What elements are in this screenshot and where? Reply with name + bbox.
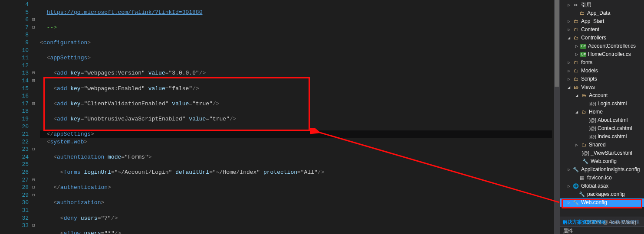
- node-label: Index.cshtml: [598, 133, 627, 141]
- watermark: CSDN @Ares·Wang: [585, 219, 636, 225]
- folder-open-icon: 🗁: [580, 109, 587, 116]
- folder-open-icon: 🗁: [572, 84, 579, 91]
- node-label: Home: [589, 108, 603, 116]
- node-label: Scripts: [581, 75, 597, 83]
- expand-icon[interactable]: ▷: [574, 141, 579, 149]
- global-asax-icon: 🌐: [572, 183, 579, 190]
- tree-node-folder[interactable]: ▷ 🗀 Shared: [560, 141, 644, 149]
- node-label: packages.config: [587, 190, 625, 198]
- cshtml-icon: [@]: [582, 150, 589, 157]
- tree-node-file[interactable]: ▷ C# AccountController.cs: [560, 42, 644, 50]
- cshtml-icon: [@]: [589, 101, 596, 107]
- csharp-icon: C#: [580, 52, 586, 57]
- favicon-icon: ▦: [578, 175, 585, 182]
- node-label: fonts: [581, 58, 592, 67]
- tree-node-references[interactable]: ▷ ▪▪ 引用: [560, 1, 644, 9]
- node-label: App_Start: [581, 17, 604, 26]
- cshtml-icon: [@]: [589, 125, 596, 132]
- node-label: Controllers: [581, 34, 606, 42]
- expand-icon[interactable]: ▷: [566, 26, 572, 34]
- tree-node-folder[interactable]: ▷ 🗀 Content: [560, 26, 644, 34]
- folder-icon: 🗀: [572, 18, 579, 25]
- node-label: Shared: [589, 141, 606, 149]
- folder-icon: 🗀: [572, 68, 579, 75]
- csharp-icon: C#: [580, 44, 586, 49]
- references-icon: ▪▪: [572, 2, 579, 9]
- config-icon: 🔧: [578, 191, 585, 198]
- node-label: Web.config: [591, 157, 617, 166]
- tree-node-folder[interactable]: ▷ 🗀 App_Start: [560, 17, 644, 26]
- tree-node-folder[interactable]: ◢ 🗁 Home: [560, 108, 644, 116]
- expand-icon[interactable]: ▷: [566, 1, 572, 9]
- expand-icon[interactable]: ▷: [566, 166, 572, 174]
- node-label: Web.config: [581, 198, 607, 207]
- config-icon: 🔧: [572, 166, 579, 173]
- config-icon: 🔧: [582, 158, 589, 165]
- node-label: Contact.cshtml: [598, 124, 632, 133]
- collapse-icon[interactable]: ◢: [566, 83, 572, 91]
- properties-panel-header[interactable]: 属性: [560, 226, 644, 234]
- solution-explorer[interactable]: ▷ ▪▪ 引用 🗀 App_Data ▷ 🗀 App_Start ▷ 🗀 Con…: [560, 0, 644, 234]
- node-label: HomeController.cs: [588, 50, 631, 58]
- line-number-gutter: 456 789 101112 131415 161718 192021 2223…: [0, 0, 31, 234]
- node-label: Login.cshtml: [598, 100, 627, 108]
- node-label: _ViewStart.cshtml: [591, 149, 632, 157]
- tree-node-file[interactable]: [@] Login.cshtml: [560, 100, 644, 108]
- scrollbar-thumb[interactable]: [555, 0, 559, 87]
- node-label: Account: [589, 91, 608, 100]
- node-label: Models: [581, 67, 598, 75]
- folder-icon: 🗀: [572, 26, 579, 33]
- node-label: 引用: [581, 1, 591, 9]
- folder-open-icon: 🗁: [580, 92, 587, 99]
- collapse-icon[interactable]: ◢: [566, 34, 572, 42]
- expand-icon[interactable]: ▷: [566, 182, 572, 190]
- node-label: App_Data: [587, 9, 610, 17]
- node-label: Views: [581, 83, 595, 91]
- expand-icon[interactable]: ▷: [574, 42, 579, 50]
- folder-icon: 🗀: [572, 59, 579, 66]
- config-icon: 🔧: [572, 199, 579, 206]
- node-label: Content: [581, 26, 599, 34]
- tree-node-folder[interactable]: ◢ 🗁 Views: [560, 83, 644, 91]
- tree-node-file[interactable]: ▷ 🔧 ApplicationInsights.config: [560, 166, 644, 174]
- vertical-scrollbar[interactable]: [554, 0, 560, 234]
- node-label: favicon.ico: [587, 174, 612, 182]
- tree-node-file[interactable]: 🔧 Web.config: [560, 157, 644, 166]
- expand-icon[interactable]: ▷: [566, 17, 572, 26]
- folder-icon: 🗀: [572, 76, 579, 83]
- tree-node-folder[interactable]: ▷ 🗀 Models: [560, 67, 644, 75]
- expand-icon[interactable]: ▷: [566, 198, 572, 207]
- node-label: Global.asax: [581, 182, 608, 190]
- tree-node-file[interactable]: [@] _ViewStart.cshtml: [560, 149, 644, 157]
- node-label: AccountController.cs: [588, 42, 636, 50]
- code-area[interactable]: https://go.microsoft.com/fwlink/?LinkId=…: [40, 0, 560, 234]
- expand-icon[interactable]: ▷: [566, 67, 572, 75]
- tree-node-file[interactable]: ▷ C# HomeController.cs: [560, 50, 644, 58]
- tree-node-file[interactable]: ▦ favicon.ico: [560, 174, 644, 182]
- tree-node-file[interactable]: 🔧 packages.config: [560, 190, 644, 198]
- tree-node-file[interactable]: ▷ 🌐 Global.asax: [560, 182, 644, 190]
- tree-node-folder[interactable]: ◢ 🗁 Account: [560, 91, 644, 100]
- node-label: About.cshtml: [598, 116, 628, 124]
- tree-node-folder[interactable]: ◢ 🗁 Controllers: [560, 34, 644, 42]
- fold-gutter[interactable]: ⊟ ⊟ ⊟⊟ ⊟ ⊟ ⊟ ⊟⊟ ⊟: [31, 0, 40, 234]
- folder-icon: 🗀: [578, 10, 585, 17]
- tree-node-file[interactable]: [@] Contact.cshtml: [560, 124, 644, 133]
- tree-node-file[interactable]: [@] Index.cshtml: [560, 133, 644, 141]
- tree-node-folder[interactable]: 🗀 App_Data: [560, 9, 644, 17]
- collapse-icon[interactable]: ◢: [574, 108, 579, 116]
- tree-node-file[interactable]: [@] About.cshtml: [560, 116, 644, 124]
- cshtml-icon: [@]: [589, 133, 596, 140]
- folder-icon: 🗀: [580, 142, 587, 149]
- code-editor[interactable]: 456 789 101112 131415 161718 192021 2223…: [0, 0, 560, 234]
- expand-icon[interactable]: ▷: [566, 75, 572, 83]
- tree-node-folder[interactable]: ▷ 🗀 Scripts: [560, 75, 644, 83]
- cshtml-icon: [@]: [589, 117, 596, 124]
- tree-node-folder[interactable]: ▷ 🗀 fonts: [560, 58, 644, 67]
- node-label: ApplicationInsights.config: [581, 166, 640, 174]
- expand-icon[interactable]: ▷: [566, 58, 572, 67]
- folder-open-icon: 🗁: [572, 35, 579, 42]
- collapse-icon[interactable]: ◢: [574, 91, 579, 100]
- expand-icon[interactable]: ▷: [574, 50, 579, 58]
- tree-node-file-selected[interactable]: ▷ 🔧 Web.config: [560, 198, 644, 207]
